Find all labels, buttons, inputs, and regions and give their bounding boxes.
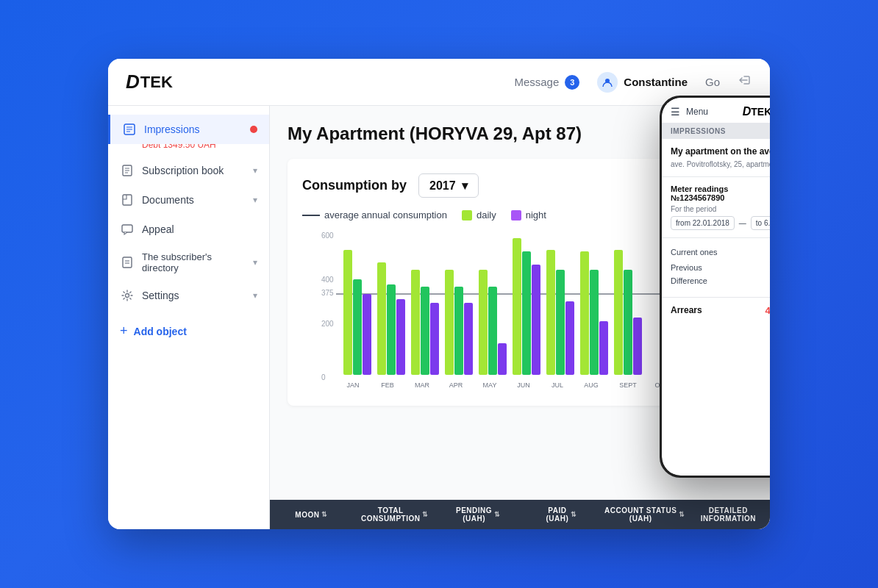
svg-text:200: 200 bbox=[321, 320, 334, 328]
phone-apt-info: My apartment on the avenue ave. Povitrof… bbox=[671, 146, 770, 169]
sidebar-item-documents[interactable]: Documents ▾ bbox=[108, 185, 269, 215]
svg-rect-47 bbox=[633, 318, 642, 375]
svg-text:JUL: JUL bbox=[552, 381, 563, 389]
legend-night-box bbox=[511, 210, 521, 220]
phone-period-from: from 22.01.2018 bbox=[671, 216, 735, 230]
svg-text:JAN: JAN bbox=[346, 381, 359, 389]
col-total-consumption[interactable]: TOTALCONSUMPTION ⇅ bbox=[353, 506, 436, 523]
message-button[interactable]: Message 3 bbox=[514, 75, 579, 90]
mobile-phone: ☰ Menu DTEK 1 IMPRESSIONS My apartment o… bbox=[660, 96, 770, 478]
svg-rect-10 bbox=[122, 225, 132, 232]
phone-difference-label: Difference bbox=[671, 276, 707, 285]
phone-section-label: IMPRESSIONS bbox=[662, 123, 770, 139]
col-moon[interactable]: MOON ⇅ bbox=[270, 511, 353, 519]
legend-daily-box bbox=[462, 210, 472, 220]
legend-avg-line bbox=[302, 215, 320, 216]
appeal-label: Appeal bbox=[142, 223, 257, 235]
col-moon-label: MOON bbox=[295, 511, 319, 519]
svg-rect-28 bbox=[421, 287, 429, 375]
phone-previous-label: Previous bbox=[671, 263, 702, 272]
settings-label: Settings bbox=[142, 290, 246, 301]
documents-label: Documents bbox=[142, 194, 246, 206]
phone-period-label: For the period bbox=[671, 205, 770, 213]
phone-reading-previous: Previous 456 660 bbox=[671, 263, 770, 272]
col-detailed-label: DETAILEDINFORMATION bbox=[701, 506, 756, 523]
phone-apartment-row: My apartment on the avenue ave. Povitrof… bbox=[662, 139, 770, 177]
legend-avg-label: average annual consumption bbox=[324, 209, 447, 220]
phone-arrears-value: 424.64 UAH bbox=[765, 305, 770, 316]
svg-text:400: 400 bbox=[321, 276, 334, 284]
svg-point-14 bbox=[126, 294, 129, 298]
col-total-label: TOTALCONSUMPTION bbox=[361, 506, 421, 523]
logout-icon[interactable] bbox=[738, 73, 752, 91]
svg-text:600: 600 bbox=[321, 232, 334, 240]
svg-rect-31 bbox=[454, 287, 463, 375]
sidebar-item-subscription-book[interactable]: Subscription book ▾ bbox=[108, 156, 269, 185]
svg-rect-37 bbox=[522, 251, 531, 375]
svg-rect-32 bbox=[464, 303, 473, 375]
svg-rect-23 bbox=[363, 294, 371, 375]
col-account-label: ACCOUNT STATUS(UAH) bbox=[604, 506, 677, 523]
legend-daily: daily bbox=[462, 209, 496, 220]
sidebar-item-appeal[interactable]: Appeal bbox=[108, 215, 269, 244]
sort-icon-moon: ⇅ bbox=[321, 511, 328, 518]
svg-rect-46 bbox=[624, 270, 632, 375]
phone-period-range: from 22.01.2018 — to 6.02.2018 bbox=[671, 216, 770, 230]
phone-current-label: Current ones bbox=[671, 248, 718, 257]
svg-rect-35 bbox=[498, 343, 507, 375]
phone-reading-difference: Difference 120 kW bbox=[671, 276, 770, 285]
col-pending[interactable]: PENDING(UAH) ⇅ bbox=[437, 506, 520, 523]
svg-rect-44 bbox=[599, 321, 608, 375]
logo-tek: TEK bbox=[140, 73, 173, 92]
phone-readings: Current ones 456 678 Previous 456 660 Di… bbox=[662, 238, 770, 297]
svg-rect-34 bbox=[488, 287, 497, 375]
svg-rect-21 bbox=[343, 250, 352, 375]
svg-text:0: 0 bbox=[321, 373, 326, 381]
settings-chevron: ▾ bbox=[253, 290, 257, 301]
phone-period-to: to 6.02.2018 bbox=[751, 216, 770, 230]
svg-rect-42 bbox=[580, 251, 589, 375]
svg-text:MAY: MAY bbox=[483, 381, 497, 389]
subscription-book-icon bbox=[120, 163, 135, 178]
col-pending-label: PENDING(UAH) bbox=[456, 506, 492, 523]
impressions-label: Impressions bbox=[144, 123, 257, 135]
svg-rect-25 bbox=[387, 284, 396, 375]
svg-rect-41 bbox=[565, 301, 574, 375]
go-button[interactable]: Go bbox=[705, 76, 720, 88]
message-label: Message bbox=[514, 76, 559, 88]
sort-icon-account: ⇅ bbox=[679, 511, 685, 518]
svg-rect-45 bbox=[614, 250, 623, 375]
sort-icon-paid: ⇅ bbox=[571, 511, 577, 518]
subscription-book-label: Subscription book bbox=[142, 165, 246, 176]
svg-rect-29 bbox=[430, 303, 439, 375]
sidebar-item-impressions[interactable]: Impressions bbox=[108, 115, 269, 144]
svg-rect-9 bbox=[123, 195, 132, 205]
message-badge: 3 bbox=[565, 75, 579, 90]
subscriber-directory-icon bbox=[120, 255, 135, 270]
phone-arrears-row: Arrears 424.64 UAH bbox=[662, 297, 770, 323]
legend-avg: average annual consumption bbox=[302, 209, 447, 220]
user-profile[interactable]: Constantine bbox=[597, 72, 688, 93]
appeal-icon bbox=[120, 222, 135, 237]
svg-rect-11 bbox=[123, 257, 132, 268]
year-value: 2017 bbox=[429, 179, 456, 193]
legend-night: night bbox=[511, 209, 546, 220]
svg-rect-24 bbox=[377, 262, 386, 375]
col-paid[interactable]: PAID(UAH) ⇅ bbox=[520, 506, 603, 523]
phone-arrears-label: Arrears bbox=[671, 305, 702, 315]
consumption-label: Consumption by bbox=[302, 178, 407, 193]
add-object-label: Add object bbox=[134, 326, 187, 337]
svg-rect-30 bbox=[445, 270, 454, 375]
col-account-status[interactable]: ACCOUNT STATUS(UAH) ⇅ bbox=[603, 506, 686, 523]
subscription-book-chevron: ▾ bbox=[253, 165, 257, 176]
svg-text:MAR: MAR bbox=[415, 381, 430, 389]
phone-period-separator: — bbox=[739, 219, 746, 227]
svg-rect-22 bbox=[353, 279, 362, 375]
add-object-button[interactable]: + Add object bbox=[108, 316, 269, 346]
sidebar-item-subscriber-directory[interactable]: The subscriber'sdirectory ▾ bbox=[108, 244, 269, 281]
year-select[interactable]: 2017 ▾ bbox=[418, 173, 479, 198]
svg-rect-26 bbox=[396, 299, 405, 375]
sidebar-item-settings[interactable]: Settings ▾ bbox=[108, 281, 269, 310]
svg-rect-27 bbox=[411, 270, 420, 375]
documents-icon bbox=[120, 193, 135, 207]
